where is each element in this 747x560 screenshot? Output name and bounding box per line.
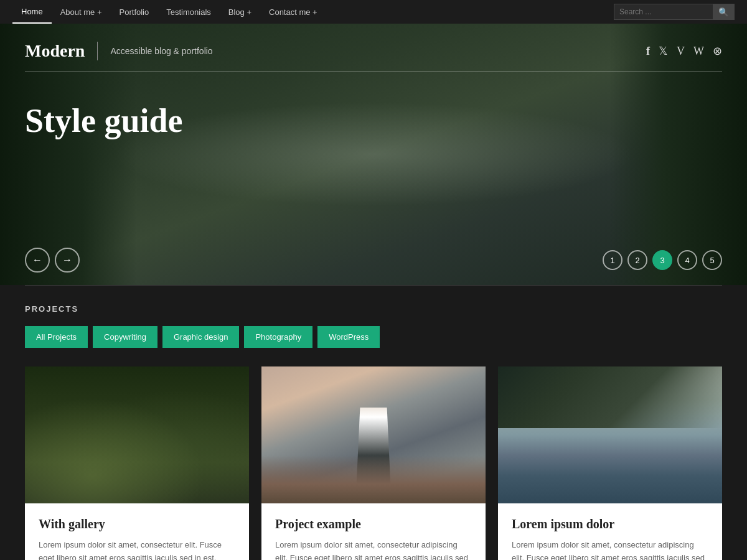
page-dot-5[interactable]: 5 [702, 250, 722, 270]
filter-photography[interactable]: Photography [244, 326, 312, 348]
nav-item-home[interactable]: Home [12, 0, 52, 24]
next-button[interactable]: → [55, 248, 80, 273]
card-image-1 [25, 366, 249, 503]
card-body-2: Project example Lorem ipsum dolor sit am… [261, 503, 486, 560]
card-image-2 [261, 366, 486, 503]
filter-graphic-design[interactable]: Graphic design [162, 326, 239, 348]
project-card-2: Project example Lorem ipsum dolor sit am… [261, 366, 486, 560]
cards-grid: With gallery Lorem ipsum dolor sit amet,… [25, 366, 722, 560]
social-links: f 𝕏 V W ⊗ [646, 44, 722, 58]
social-vimeo[interactable]: V [677, 45, 685, 58]
page-indicators: 1 2 3 4 5 [603, 250, 722, 270]
hero-header: Modern Accessible blog & portfolio f 𝕏 V… [0, 24, 747, 71]
card-title-3: Lorem ipsum dolor [512, 517, 708, 531]
nav-item-blog[interactable]: Blog + [220, 0, 260, 24]
main-nav: Home About me + Portfolio Testimonials B… [0, 0, 747, 24]
card-text-3: Lorem ipsum dolor sit amet, consectetur … [512, 539, 708, 560]
site-tagline: Accessible blog & portfolio [110, 46, 212, 56]
card-text-2: Lorem ipsum dolor sit amet, consectetur … [275, 539, 472, 560]
page-dot-4[interactable]: 4 [677, 250, 697, 270]
lighthouse-image [261, 366, 486, 503]
project-card-3: Lorem ipsum dolor Lorem ipsum dolor sit … [498, 366, 722, 560]
hero-title: Style guide [25, 103, 722, 139]
page-dot-3[interactable]: 3 [652, 250, 672, 270]
social-link[interactable]: ⊗ [713, 44, 722, 58]
projects-heading: PROJECTS [25, 304, 722, 314]
social-wordpress[interactable]: W [693, 45, 704, 58]
nav-item-contact[interactable]: Contact me + [260, 0, 326, 24]
nav-links: Home About me + Portfolio Testimonials B… [12, 0, 326, 24]
nav-item-portfolio[interactable]: Portfolio [111, 0, 158, 24]
project-card-1: With gallery Lorem ipsum dolor sit amet,… [25, 366, 249, 560]
card-text-1: Lorem ipsum dolor sit amet, consectetur … [39, 539, 235, 560]
search-bar: 🔍 [614, 4, 735, 20]
forest-image [25, 366, 249, 503]
search-input[interactable] [614, 4, 713, 20]
page-dot-1[interactable]: 1 [603, 250, 622, 270]
mountain-lake-image [498, 366, 722, 503]
card-body-3: Lorem ipsum dolor Lorem ipsum dolor sit … [498, 503, 722, 560]
filter-wordpress[interactable]: WordPress [317, 326, 380, 348]
hero-nav: ← → 1 2 3 4 5 [0, 248, 747, 285]
prev-button[interactable]: ← [25, 248, 50, 273]
hero-brand: Modern Accessible blog & portfolio [25, 41, 213, 61]
site-name: Modern [25, 41, 85, 61]
search-button[interactable]: 🔍 [713, 4, 735, 20]
brand-separator [97, 42, 98, 60]
social-twitter[interactable]: 𝕏 [659, 44, 668, 58]
card-title-2: Project example [275, 517, 472, 531]
nav-item-about[interactable]: About me + [52, 0, 111, 24]
projects-section: PROJECTS All Projects Copywriting Graphi… [0, 286, 747, 560]
hero-section: Modern Accessible blog & portfolio f 𝕏 V… [0, 24, 747, 285]
nav-item-testimonials[interactable]: Testimonials [157, 0, 220, 24]
card-title-1: With gallery [39, 517, 235, 531]
filter-buttons: All Projects Copywriting Graphic design … [25, 326, 722, 348]
page-dot-2[interactable]: 2 [627, 250, 647, 270]
card-body-1: With gallery Lorem ipsum dolor sit amet,… [25, 503, 249, 560]
search-icon: 🔍 [718, 7, 729, 17]
card-image-3 [498, 366, 722, 503]
filter-all[interactable]: All Projects [25, 326, 88, 348]
slide-arrows: ← → [25, 248, 80, 273]
social-facebook[interactable]: f [646, 45, 650, 58]
filter-copywriting[interactable]: Copywriting [93, 326, 157, 348]
hero-content: Style guide [0, 72, 747, 248]
